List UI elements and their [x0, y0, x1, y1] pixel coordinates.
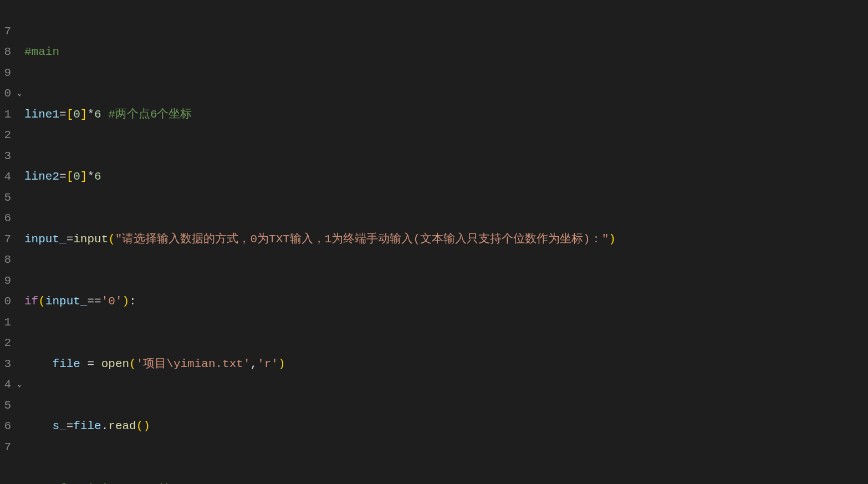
- fold-cell: [14, 187, 24, 208]
- line-number: 7: [0, 229, 11, 250]
- operator: ==: [87, 295, 101, 308]
- bracket: [: [67, 108, 74, 121]
- comment: #for i in range():: [52, 482, 178, 485]
- line-number: 0: [0, 291, 11, 312]
- line-number: 8: [0, 249, 11, 271]
- fold-cell: [14, 229, 24, 250]
- fold-cell: [14, 146, 24, 167]
- comma: ,: [251, 358, 258, 370]
- code-line[interactable]: input_=input("请选择输入数据的方式，0为TXT输入，1为终端手动输…: [24, 229, 868, 250]
- line-number: 9: [0, 63, 11, 84]
- fold-cell: [14, 437, 24, 458]
- paren: ): [278, 358, 285, 370]
- variable: input_: [45, 295, 88, 308]
- operator: =: [67, 420, 74, 432]
- chevron-down-icon[interactable]: ⌄: [14, 374, 24, 395]
- line-number: 6: [0, 416, 11, 437]
- fold-cell: [14, 208, 24, 229]
- operator: =: [87, 358, 94, 370]
- line-number: 2: [0, 125, 11, 146]
- comment: #两个点6个坐标: [101, 108, 192, 121]
- line-number: [0, 0, 11, 21]
- line-number: 9: [0, 271, 11, 292]
- fold-cell: [14, 416, 24, 437]
- string: "请选择输入数据的方式，0为TXT输入，1为终端手动输入(文本输入只支持个位数作…: [115, 233, 609, 246]
- fold-cell: [14, 291, 24, 312]
- string: '0': [101, 295, 122, 308]
- variable: line1: [24, 108, 59, 121]
- function: open: [101, 358, 129, 370]
- line-number: 5: [0, 395, 11, 416]
- number: 6: [94, 108, 101, 121]
- code-line[interactable]: line2=[0]*6: [24, 166, 868, 187]
- fold-cell: [14, 42, 24, 63]
- variable: s_: [52, 420, 66, 432]
- line-number: 5: [0, 187, 11, 208]
- code-editor[interactable]: 7 8 9 0 1 2 3 4 5 6 7 8 9 0 1 2 3 4 5 6 …: [0, 0, 868, 484]
- variable: input_: [24, 233, 67, 246]
- fold-cell: [14, 166, 24, 187]
- paren: (: [38, 295, 45, 308]
- dot: .: [101, 420, 109, 432]
- line-number: 1: [0, 312, 11, 333]
- fold-cell: [14, 333, 24, 354]
- line-number: 2: [0, 333, 11, 354]
- paren: ): [609, 233, 616, 246]
- operator: =: [59, 108, 67, 121]
- variable: line2: [24, 170, 59, 183]
- paren: (: [136, 420, 144, 432]
- line-number: 0: [0, 83, 11, 104]
- line-number: 1: [0, 104, 11, 125]
- code-line[interactable]: #for i in range():: [24, 478, 868, 485]
- chevron-down-icon[interactable]: ⌄: [14, 83, 24, 104]
- code-line[interactable]: s_=file.read(): [24, 416, 868, 437]
- fold-gutter: ⌄ ⌄: [14, 0, 24, 484]
- bracket: ]: [80, 108, 88, 121]
- operator: *: [87, 108, 94, 121]
- string: '项目\yimian.txt': [136, 358, 251, 370]
- fold-cell: [14, 354, 24, 375]
- fold-cell: [14, 271, 24, 292]
- line-number: 7: [0, 21, 11, 42]
- line-number: 6: [0, 208, 11, 229]
- fold-cell: [14, 312, 24, 333]
- function: input: [73, 233, 108, 246]
- line-number: 8: [0, 42, 11, 63]
- bracket: ]: [80, 170, 88, 183]
- code-line[interactable]: line1=[0]*6 #两个点6个坐标: [24, 104, 868, 125]
- number: 0: [73, 170, 80, 183]
- paren: (: [129, 358, 136, 370]
- operator: =: [59, 170, 67, 183]
- fold-cell: [14, 63, 24, 84]
- paren: ): [122, 295, 129, 308]
- line-number-gutter: 7 8 9 0 1 2 3 4 5 6 7 8 9 0 1 2 3 4 5 6 …: [0, 0, 14, 484]
- colon: :: [129, 295, 136, 308]
- variable: file: [73, 420, 101, 432]
- string: 'r': [257, 358, 278, 370]
- number: 6: [94, 170, 101, 183]
- indent: [24, 358, 52, 370]
- fold-cell: [14, 125, 24, 146]
- paren: ): [143, 420, 150, 432]
- bracket: [: [67, 170, 74, 183]
- keyword: if: [24, 295, 38, 308]
- line-number: 7: [0, 437, 11, 458]
- function: read: [108, 420, 136, 432]
- operator: *: [87, 170, 94, 183]
- variable: file: [52, 358, 80, 370]
- fold-cell: [14, 21, 24, 42]
- line-number: 4: [0, 374, 11, 395]
- fold-cell: [14, 104, 24, 125]
- operator: =: [67, 233, 74, 246]
- number: 0: [73, 108, 80, 121]
- indent: [24, 420, 52, 432]
- code-area[interactable]: #main line1=[0]*6 #两个点6个坐标 line2=[0]*6 i…: [24, 0, 868, 484]
- line-number: 3: [0, 354, 11, 375]
- comment: #main: [24, 45, 59, 58]
- code-line[interactable]: if(input_=='0'):: [24, 291, 868, 312]
- fold-cell: [14, 395, 24, 416]
- fold-cell: [14, 249, 24, 271]
- line-number: 3: [0, 146, 11, 167]
- code-line[interactable]: file = open('项目\yimian.txt','r'): [24, 354, 868, 375]
- code-line[interactable]: #main: [24, 42, 868, 63]
